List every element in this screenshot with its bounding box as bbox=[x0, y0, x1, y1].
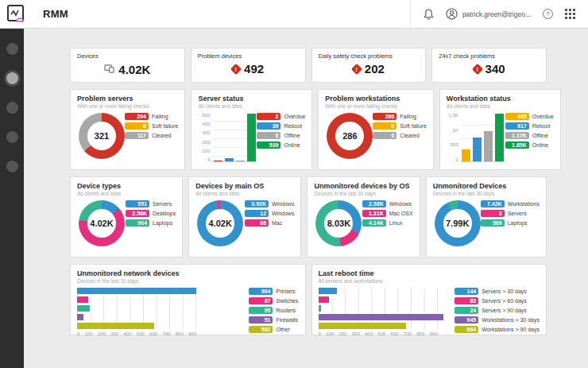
card-title: Unmonitored network devices bbox=[77, 269, 299, 277]
legend-label: Soft failure bbox=[152, 123, 178, 129]
card-title: Workstation status bbox=[447, 95, 554, 103]
bar bbox=[77, 314, 83, 320]
legend-item: 569Laptops bbox=[481, 219, 540, 227]
legend-value-badge: 0 bbox=[373, 122, 397, 130]
legend-item: 83Servers > 60 days bbox=[455, 297, 540, 304]
bar bbox=[77, 288, 196, 294]
legend-item: 551Servers bbox=[126, 200, 176, 207]
kpi-card[interactable]: Devices4.02K bbox=[70, 48, 185, 83]
kpi-card[interactable]: 24x7 check problems!340 bbox=[431, 48, 547, 83]
legend-label: Linux bbox=[389, 220, 403, 226]
chart-body: 0100200300400500600700800900904Printers8… bbox=[77, 288, 299, 336]
legend-item: 917Reboot bbox=[505, 122, 554, 130]
legend-value-badge: 95 bbox=[249, 307, 273, 314]
topbar-actions: patrick.green@trigeo... ? bbox=[410, 0, 588, 28]
legend-label: Workstations > 30 days bbox=[482, 317, 540, 323]
donut-center-value: 8.03K bbox=[324, 209, 353, 238]
chart-card: Problem workstationsWith one or more fai… bbox=[318, 89, 433, 170]
card-subtitle: Devices in the last 30 days bbox=[433, 191, 540, 196]
card-subtitle: All clients and sites bbox=[447, 103, 554, 109]
bar bbox=[462, 149, 470, 161]
legend-item: 51Firewalls bbox=[249, 316, 298, 323]
card-title: Problem workstations bbox=[325, 95, 426, 103]
x-axis-labels: 0100200300400500600700800900 bbox=[77, 331, 196, 336]
kpi-value-wrap: !492 bbox=[198, 62, 299, 76]
x-tick: 300 bbox=[110, 331, 118, 336]
chart-card: Server statusAll clients and sites500400… bbox=[191, 89, 312, 170]
help-icon[interactable]: ? bbox=[543, 9, 553, 19]
chart-row: Device typesAll clients and sites4.02K55… bbox=[70, 176, 547, 258]
sidebar-nav-item-1[interactable] bbox=[6, 43, 18, 55]
legend-label: Cleared bbox=[400, 133, 420, 138]
alert-diamond-icon: ! bbox=[351, 63, 362, 74]
donut-center-value: 7.99K bbox=[443, 209, 472, 238]
legend-item: 1.31KMac OSX bbox=[362, 210, 413, 217]
user-menu[interactable]: patrick.green@trigeo... bbox=[446, 8, 531, 20]
legend-label: Workstations bbox=[508, 201, 540, 207]
sidebar-nav-item-5[interactable] bbox=[6, 161, 18, 172]
legend-label: Windows bbox=[272, 201, 294, 207]
card-title: Unmonitored devices by OS bbox=[314, 182, 412, 190]
bar bbox=[77, 296, 88, 303]
chart-card: Last reboot timeAll servers and workstat… bbox=[311, 264, 547, 335]
legend-label: Failing bbox=[152, 114, 168, 119]
chart-legend: 286Failing0Soft failure0Cleared bbox=[373, 113, 426, 159]
legend-item: 1.85KOnline bbox=[505, 141, 554, 149]
chart-card: Unmonitored devices by OSDevices in the … bbox=[307, 176, 420, 258]
kpi-value: 492 bbox=[244, 62, 264, 76]
legend-item: 664Workstations > 90 days bbox=[455, 326, 540, 333]
donut-center-value: 4.02K bbox=[206, 209, 234, 238]
y-tick: 0 bbox=[207, 157, 210, 162]
card-title: Devices by main OS bbox=[195, 182, 294, 190]
kpi-value: 4.02K bbox=[118, 63, 150, 76]
chart-row: Problem serversWith one or more failing … bbox=[70, 89, 547, 170]
legend-label: Laptops bbox=[153, 220, 172, 226]
user-email: patrick.green@trigeo... bbox=[462, 10, 531, 18]
legend-item: 945Workstations > 30 days bbox=[455, 316, 540, 323]
y-tick: 1.5K bbox=[448, 113, 458, 118]
chart-body: 4.02K551Servers2.56KDesktops904Laptops bbox=[77, 200, 176, 246]
bar bbox=[319, 314, 443, 320]
card-subtitle: All clients and sites bbox=[195, 191, 294, 196]
legend-item: 539Online bbox=[257, 141, 305, 149]
y-axis-labels: 5004003002001000 bbox=[198, 113, 212, 162]
vbar-chart: 5004003002001000 bbox=[198, 113, 257, 162]
sidebar-nav-item-3[interactable] bbox=[6, 102, 18, 114]
legend-label: Mac OSX bbox=[389, 211, 413, 216]
legend-item: 904Laptops bbox=[126, 219, 176, 227]
legend-value-badge: 0 bbox=[125, 122, 149, 130]
card-subtitle: All clients and sites bbox=[198, 103, 305, 109]
legend-value-badge: 286 bbox=[373, 113, 397, 120]
legend-label: Reboot bbox=[532, 123, 551, 129]
vbar-plot bbox=[461, 113, 505, 162]
app-grid-icon[interactable] bbox=[565, 9, 575, 19]
legend-item: 24Servers > 90 days bbox=[455, 307, 540, 314]
chart-body: 8.03K2.58KWindows1.31KMac OSX4.14KLinux bbox=[314, 200, 412, 246]
legend-item: 1.17KOffline bbox=[505, 132, 554, 139]
chart-card: Unmonitored DevicesDevices in the last 3… bbox=[426, 176, 547, 258]
kpi-card[interactable]: Daily safety check problems!202 bbox=[311, 48, 427, 83]
card-title: Last reboot time bbox=[319, 269, 540, 277]
y-tick: 500 bbox=[202, 113, 210, 118]
alert-diamond-icon: ! bbox=[472, 63, 483, 74]
sidebar-nav-item-4[interactable] bbox=[6, 131, 18, 143]
legend-value-badge: 24 bbox=[455, 307, 478, 314]
x-tick: 200 bbox=[338, 331, 346, 336]
legend-label: Servers bbox=[508, 211, 527, 216]
sidebar-nav-item-2[interactable] bbox=[6, 72, 18, 84]
legend-value-badge: 582 bbox=[249, 326, 273, 333]
top-bar: RMM patrick.green@trigeo... ? bbox=[0, 0, 588, 29]
bar bbox=[484, 131, 493, 161]
legend-item: 2Overdue bbox=[257, 113, 305, 120]
chart-row: Unmonitored network devicesDevices in th… bbox=[70, 264, 547, 335]
kpi-card[interactable]: Problem devices!492 bbox=[191, 48, 306, 83]
legend-label: Online bbox=[284, 142, 300, 148]
card-title: Problem servers bbox=[77, 95, 178, 103]
dashboard-main: Devices4.02KProblem devices!492Daily saf… bbox=[24, 29, 588, 368]
bell-icon[interactable] bbox=[424, 9, 434, 20]
x-tick: 100 bbox=[326, 331, 334, 336]
kpi-value: 340 bbox=[485, 62, 505, 76]
legend-label: Cleared bbox=[152, 133, 172, 138]
legend-value-badge: 904 bbox=[126, 219, 149, 227]
legend-item: 2.58KWindows bbox=[362, 200, 413, 207]
